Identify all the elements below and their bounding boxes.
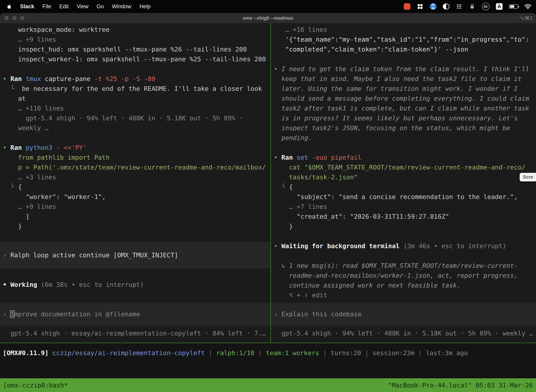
terminal-line: readme-and-reco/mailbox/worker-1.json, a… <box>271 271 536 280</box>
screen-record-icon[interactable] <box>404 3 411 10</box>
terminal-line: "completed","claim_token":"claim-token"}… <box>271 44 536 54</box>
terminal-line <box>271 251 536 261</box>
terminal-line <box>0 231 270 241</box>
omx-status-line: [OMX#0.11.9] cczip/essay/ai-reimplementa… <box>0 348 536 358</box>
terminal-line: at <box>0 93 270 103</box>
terminal-line: is in progress? It seems likely but perh… <box>271 113 536 123</box>
terminal-line: workspace_mode: worktree <box>0 25 270 35</box>
terminal-line: inspect_hud: omx sparkshell --tmux-pane … <box>0 44 270 54</box>
terminal-line <box>271 54 536 64</box>
blue-app-icon[interactable] <box>430 3 436 10</box>
left-terminal-pane[interactable]: workspace_mode: worktree … +9 lines insp… <box>0 23 270 343</box>
menubar-app-name[interactable]: Slack <box>20 3 34 10</box>
battery-icon[interactable] <box>509 4 518 9</box>
terminal-line: } <box>0 221 270 231</box>
apple-menu-icon[interactable] <box>7 4 12 9</box>
right-pane-scrollback: … +16 lines '{"team_name":"my-team","tas… <box>271 25 536 300</box>
terminal-line: gpt-5.4 xhigh · 94% left · 488K in · 5.1… <box>0 113 270 123</box>
lock-icon[interactable] <box>469 2 475 11</box>
traffic-lights <box>5 16 24 20</box>
minimize-button[interactable] <box>12 16 17 20</box>
window-grid-icon[interactable] <box>417 2 423 11</box>
terminal-line: └ be necessary for the end of the README… <box>0 84 270 93</box>
terminal-line <box>0 270 270 280</box>
input-source-icon[interactable]: A <box>496 3 502 10</box>
terminal-line: keep that in mind. Maybe I also need the… <box>271 74 536 84</box>
terminal-line: … +9 lines <box>0 202 270 212</box>
window-shortcut-hint: ⌥⌘1 <box>519 15 533 21</box>
terminal-line: ] <box>0 212 270 221</box>
close-button[interactable] <box>5 16 9 20</box>
terminal-line: • Working (6m 38s • esc to interrupt) <box>0 280 270 289</box>
terminal-line: └ { <box>271 182 536 192</box>
terminal-window: omx --xhigh --madmax ⌥⌘1 workspace_mode:… <box>0 13 536 392</box>
menu-file[interactable]: File <box>42 3 51 10</box>
terminal-line: … +16 lines <box>271 25 536 35</box>
terminal-line: inspect task2's JSON, focusing on the st… <box>271 123 536 133</box>
terminal-line: … +110 lines <box>0 103 270 113</box>
menubar-status-area: 61 A <box>404 2 531 11</box>
tmux-session-window[interactable]: [omx-cczip0:bash* <box>3 382 68 389</box>
terminal-line <box>0 133 270 143</box>
terminal-line: └ { <box>0 182 270 192</box>
wifi-icon[interactable] <box>524 2 531 11</box>
battery-percent-badge[interactable]: 61 <box>482 3 490 10</box>
tmux-host-clock: "MacBook-Pro-44.local" 05:03 31-Mar-26 <box>388 382 533 389</box>
terminal-line: inspect_worker-1: omx sparkshell --tmux-… <box>0 54 270 64</box>
terminal-line: • Ran tmux capture-pane -t %25 -p -S -80 <box>0 74 270 84</box>
left-pane-scrollback: workspace_mode: worktree … +9 lines insp… <box>0 25 270 289</box>
terminal-line: p = Path('.omx/state/team/review-current… <box>0 163 270 172</box>
right-terminal-pane[interactable]: … +16 lines '{"team_name":"my-team","tas… <box>271 23 536 343</box>
screenshot-toast[interactable]: Scre <box>520 173 536 182</box>
terminal-line: • I need to get the claim token from the… <box>271 64 536 74</box>
terminal-line: … +7 lines <box>271 202 536 212</box>
menubar-menus: Slack File Edit View Go Window Help <box>7 3 151 10</box>
terminal-line: • Waiting for background terminal (3m 46… <box>271 241 536 251</box>
menu-window[interactable]: Window <box>112 3 131 10</box>
terminal-line: cat "$OMX_TEAM_STATE_ROOT/team/review-cu… <box>271 163 536 172</box>
terminal-line: "worker": "worker-1", <box>0 192 270 202</box>
terminal-line: "created_at": "2026-03-31T11:59:27.816Z" <box>271 212 536 221</box>
terminal-line: } <box>271 221 536 231</box>
menu-help[interactable]: Help <box>139 3 151 10</box>
prompt-input-line: › Explain this codebase <box>271 303 536 326</box>
terminal-line <box>271 231 536 241</box>
left-pane-footer: gpt-5.4 xhigh · essay/ai-reimplementatio… <box>0 328 270 338</box>
tmux-status-bar: [omx-cczip0:bash* "MacBook-Pro-44.local"… <box>0 378 536 392</box>
terminal-line: • Ran set -euo pipefail <box>271 153 536 163</box>
terminal-line: • Ran python3 - <<'PY' <box>0 143 270 153</box>
right-pane-footer: gpt-5.4 xhigh · 94% left · 488K in · 5.1… <box>271 328 536 338</box>
right-prompt-input[interactable]: › Explain this codebase <box>271 303 536 326</box>
terminal-line: weekly … <box>0 123 270 133</box>
terminal-line: … +3 lines <box>0 172 270 182</box>
dots-grid-icon[interactable] <box>456 2 463 11</box>
ralph-loop-banner: › Ralph loop active continue [OMX_TMUX_I… <box>0 242 270 269</box>
terminal-line <box>0 64 270 74</box>
window-titlebar[interactable]: omx --xhigh --madmax ⌥⌘1 <box>0 13 536 23</box>
omx-status-line: [OMX#0.11.9] cczip/essay/ai-reimplementa… <box>0 348 536 358</box>
omx-status-area: [OMX#0.11.9] cczip/essay/ai-reimplementa… <box>0 343 536 378</box>
terminal-content: workspace_mode: worktree … +9 lines insp… <box>0 23 536 378</box>
terminal-line: pending. <box>271 133 536 143</box>
terminal-line: later. Using the same for transition mig… <box>271 84 536 93</box>
terminal-line: task2 after task1 is complete, but can I… <box>271 103 536 113</box>
contrast-icon[interactable] <box>443 4 450 9</box>
menu-go[interactable]: Go <box>96 3 104 10</box>
left-prompt-input[interactable]: › Improve documentation in @filename <box>0 303 270 326</box>
terminal-line: '{"team_name":"my-team","task_id":"1","f… <box>271 35 536 44</box>
macos-menubar: Slack File Edit View Go Window Help 61 A <box>0 0 536 13</box>
terminal-line: ⌥ + ↑ edit <box>271 290 536 300</box>
terminal-line: from pathlib import Path <box>0 153 270 163</box>
menu-edit[interactable]: Edit <box>59 3 69 10</box>
battery-fill <box>510 5 514 8</box>
terminal-line <box>271 143 536 153</box>
terminal-line: tasks/task-2.json" <box>271 172 536 182</box>
prompt-input-line: › Improve documentation in @filename <box>0 303 270 326</box>
zoom-button[interactable] <box>20 16 24 20</box>
menu-view[interactable]: View <box>77 3 88 10</box>
terminal-line: "subject": "send a concise recommendatio… <box>271 192 536 202</box>
tmux-panes: workspace_mode: worktree … +9 lines insp… <box>0 23 536 343</box>
terminal-line: … +9 lines <box>0 35 270 44</box>
terminal-line: continue assigned work or next feasible … <box>271 280 536 290</box>
terminal-line: ↳ 1 new msg(s): read $OMX_TEAM_STATE_ROO… <box>271 261 536 271</box>
